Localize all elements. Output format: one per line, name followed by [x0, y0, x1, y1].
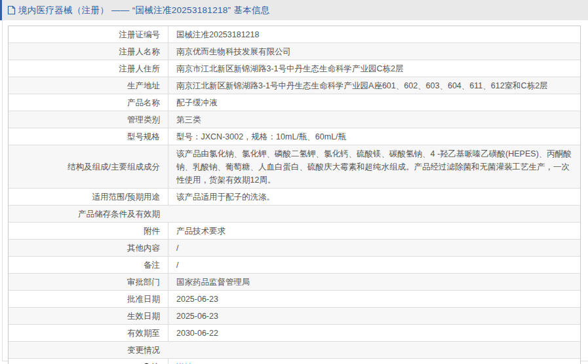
row-value: 2030-06-22 — [168, 325, 580, 341]
row-label: 结构及组成/主要组成成分 — [9, 145, 168, 188]
row-value: 第三类 — [168, 111, 580, 128]
row-value: 该产品由氯化钠、氯化钾、磷酸二氢钾、氯化钙、硫酸镁、碳酸氢钠、4 -羟乙基哌嗪乙… — [168, 145, 580, 188]
table-row: 产品名称 配子缓冲液 — [9, 94, 580, 111]
table-row: 结构及组成/主要组成成分 该产品由氯化钠、氯化钾、磷酸二氢钾、氯化钙、硫酸镁、碳… — [9, 145, 580, 188]
row-label: 备注 — [9, 257, 168, 273]
row-value: 南京市江北新区新锦湖路3-1号中丹生态生命科学产业园C栋2层 — [168, 60, 580, 77]
row-value: 详情 — [168, 359, 580, 364]
row-label: 注 — [9, 359, 168, 364]
table-row: 审批部门 国家药品监督管理局 — [9, 273, 580, 290]
table-row: 生产地址 南京江北新区新锦湖路3-1号中丹生态生命科学产业园A座601、602、… — [9, 77, 580, 94]
row-value: 国械注准20253181218 — [168, 26, 580, 43]
row-label: 生效日期 — [9, 308, 168, 324]
row-value: 南京优而生物科技发展有限公司 — [168, 43, 580, 60]
row-value: 国家药品监督管理局 — [168, 274, 580, 290]
table-row: 备注 / — [9, 256, 580, 273]
row-value: 该产品适用于配子的洗涤。 — [168, 189, 580, 205]
row-value: 产品技术要求 — [168, 223, 580, 239]
row-value: 2025-06-23 — [168, 308, 580, 324]
page-title: 境内医疗器械（注册） —— “国械注准20253181218” 基本信息 — [18, 5, 270, 16]
row-value — [168, 206, 580, 222]
row-label: 其他内容 — [9, 240, 168, 256]
table-row: 其他内容 / — [9, 239, 580, 256]
row-label: 变更情况 — [9, 342, 168, 358]
row-label: 产品储存条件及有效期 — [9, 206, 168, 222]
document-icon — [7, 5, 16, 15]
row-label: 注册人住所 — [9, 60, 168, 77]
table-row: 注册证编号 国械注准20253181218 — [9, 26, 580, 43]
row-value: / — [168, 257, 580, 273]
row-label: 生产地址 — [9, 77, 168, 94]
row-label: 有效期至 — [9, 325, 168, 341]
row-label: 批准日期 — [9, 291, 168, 307]
table-row: 注册人住所 南京市江北新区新锦湖路3-1号中丹生态生命科学产业园C栋2层 — [9, 60, 580, 77]
table-row: 注 详情 — [9, 358, 580, 364]
table-row: 附件 产品技术要求 — [9, 222, 580, 239]
page-header: 境内医疗器械（注册） —— “国械注准20253181218” 基本信息 — [0, 0, 588, 20]
table-row: 生效日期 2025-06-23 — [9, 307, 580, 324]
row-label: 审批部门 — [9, 274, 168, 290]
table-row: 产品储存条件及有效期 — [9, 205, 580, 222]
table-row: 适用范围/预期用途 该产品适用于配子的洗涤。 — [9, 188, 580, 205]
row-value: 配子缓冲液 — [168, 94, 580, 111]
table-row: 管理类别 第三类 — [9, 111, 580, 128]
table-row: 变更情况 — [9, 341, 580, 358]
row-value: 南京江北新区新锦湖路3-1号中丹生态生命科学产业园A座601、602、603、6… — [168, 77, 580, 94]
table-row: 型号规格 型号：JXCN-3002，规格：10mL/瓶、60mL/瓶 — [9, 128, 580, 145]
row-label: 注册人名称 — [9, 43, 168, 60]
row-value: 型号：JXCN-3002，规格：10mL/瓶、60mL/瓶 — [168, 128, 580, 145]
row-label: 注册证编号 — [9, 26, 168, 43]
row-label: 管理类别 — [9, 111, 168, 128]
table-row: 批准日期 2025-06-23 — [9, 290, 580, 307]
row-label: 附件 — [9, 223, 168, 239]
row-label: 适用范围/预期用途 — [9, 189, 168, 205]
details-link[interactable]: 详情 — [176, 361, 193, 364]
row-value: / — [168, 240, 580, 256]
table-row: 有效期至 2030-06-22 — [9, 324, 580, 341]
row-label: 产品名称 — [9, 94, 168, 111]
table-row: 注册人名称 南京优而生物科技发展有限公司 — [9, 43, 580, 60]
info-table: 注册证编号 国械注准20253181218 注册人名称 南京优而生物科技发展有限… — [8, 26, 581, 364]
content-panel: 注册证编号 国械注准20253181218 注册人名称 南京优而生物科技发展有限… — [2, 20, 588, 361]
row-value: 2025-06-23 — [168, 291, 580, 307]
row-value — [168, 342, 580, 358]
row-label: 型号规格 — [9, 128, 168, 145]
